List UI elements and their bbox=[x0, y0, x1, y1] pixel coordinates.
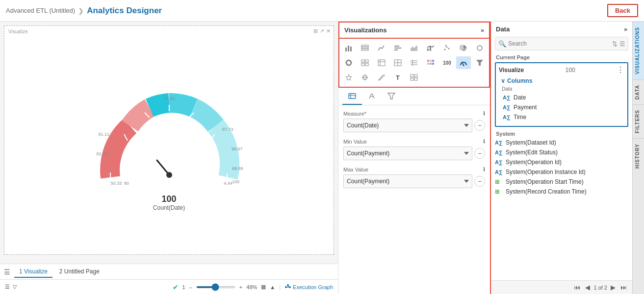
field-icon-time: A∑ bbox=[503, 114, 511, 120]
zoom-minus[interactable]: – bbox=[189, 284, 192, 290]
page-first-btn[interactable]: ⏮ bbox=[572, 284, 582, 291]
viz-expand-icon[interactable]: » bbox=[481, 27, 484, 34]
field-time[interactable]: A∑ Time bbox=[499, 112, 624, 122]
combo-chart-icon[interactable] bbox=[423, 42, 438, 54]
svg-rect-60 bbox=[427, 63, 429, 65]
page-menu-icon[interactable]: ☰ bbox=[4, 268, 10, 276]
grid-icon[interactable]: ▦ bbox=[261, 284, 266, 290]
side-tab-data[interactable]: DATA bbox=[633, 79, 644, 104]
grid-viz-icon[interactable] bbox=[358, 56, 372, 69]
pie-chart-icon[interactable] bbox=[456, 42, 470, 54]
field-name-date: Date bbox=[514, 94, 526, 101]
svg-rect-74 bbox=[349, 94, 356, 98]
field-name-payment: Payment bbox=[514, 104, 537, 111]
search-input[interactable] bbox=[495, 37, 628, 50]
pivot-icon[interactable] bbox=[390, 56, 405, 69]
columns-icon[interactable]: ☰ bbox=[619, 40, 625, 48]
min-value-info-icon[interactable]: ℹ bbox=[483, 138, 485, 145]
globe-icon[interactable] bbox=[358, 71, 372, 84]
svg-text:80: 80 bbox=[124, 181, 129, 186]
circle-icon[interactable] bbox=[473, 42, 487, 54]
page-prev-btn[interactable]: ◀ bbox=[584, 284, 592, 291]
breadcrumb-link[interactable]: Advanced ETL (Untitled) bbox=[6, 7, 75, 14]
page-tab-untitled[interactable]: 2 Untitled Page bbox=[54, 266, 104, 278]
svg-rect-47 bbox=[378, 60, 385, 66]
data-expand-icon[interactable]: » bbox=[624, 26, 627, 33]
min-value-select[interactable]: Count(Payment) bbox=[343, 147, 472, 160]
flat-table-icon[interactable] bbox=[407, 56, 421, 69]
svg-point-21 bbox=[289, 286, 291, 288]
table-viz-icon[interactable] bbox=[358, 42, 372, 54]
svg-point-19 bbox=[285, 286, 287, 288]
side-tab-filters[interactable]: FILTERS bbox=[633, 104, 644, 138]
app-header: Advanced ETL (Untitled) ❯ Analytics Desi… bbox=[0, 0, 644, 22]
field-icon-edit-status: A∑ bbox=[495, 149, 503, 155]
viz-format-tab[interactable] bbox=[362, 90, 382, 105]
zoom-plus[interactable]: + bbox=[239, 284, 242, 290]
line-chart-icon[interactable] bbox=[374, 42, 388, 54]
measure-info-icon[interactable]: ℹ bbox=[483, 110, 485, 117]
viz-data-tab[interactable] bbox=[342, 90, 362, 105]
execution-graph-button[interactable]: Execution Graph bbox=[293, 284, 333, 290]
page-next-btn[interactable]: ▶ bbox=[609, 284, 617, 291]
bar-chart-icon[interactable] bbox=[341, 42, 356, 54]
field-operation-id[interactable]: A∑ System(Operation Id) bbox=[491, 157, 632, 167]
execution-graph-icon bbox=[284, 284, 291, 291]
page-tab-visualize[interactable]: 1 Visualize bbox=[14, 266, 52, 278]
field-edit-status[interactable]: A∑ System(Edit Status) bbox=[491, 147, 632, 157]
field-icon-record-creation-time: ⊞ bbox=[495, 189, 503, 195]
svg-rect-27 bbox=[361, 45, 368, 47]
columns-collapse-icon[interactable]: ∨ bbox=[501, 77, 505, 84]
field-operation-start-time[interactable]: ⊞ System(Operation Start Time) bbox=[491, 177, 632, 187]
canvas-grid-icon[interactable]: ⊞ bbox=[313, 28, 318, 34]
svg-text:65.50: 65.50 bbox=[163, 96, 175, 101]
max-value-minus-btn[interactable]: − bbox=[474, 176, 485, 187]
step-icon[interactable] bbox=[374, 71, 388, 84]
star-icon[interactable] bbox=[341, 71, 356, 84]
canvas-close-icon[interactable]: ✕ bbox=[326, 28, 331, 34]
measure-minus-btn[interactable]: − bbox=[474, 120, 485, 131]
svg-point-36 bbox=[444, 49, 446, 50]
text-icon[interactable]: T bbox=[390, 71, 405, 84]
svg-marker-66 bbox=[346, 74, 352, 80]
side-tab-history[interactable]: HISTORY bbox=[633, 138, 644, 173]
field-record-creation-time[interactable]: ⊞ System(Record Creation Time) bbox=[491, 187, 632, 196]
status-filter-icon[interactable]: ▽ bbox=[13, 284, 17, 290]
svg-rect-71 bbox=[414, 74, 417, 77]
field-dataset-id[interactable]: A∑ System(Dataset Id) bbox=[491, 138, 632, 147]
min-value-minus-btn[interactable]: − bbox=[474, 148, 485, 159]
gauge-label: Count(Date) bbox=[153, 204, 185, 211]
zoom-slider[interactable] bbox=[196, 286, 235, 288]
field-date[interactable]: A∑ Date bbox=[499, 93, 624, 102]
data-visualize-more-btn[interactable]: ⋮ bbox=[617, 65, 624, 74]
page-last-btn[interactable]: ⏭ bbox=[619, 284, 628, 291]
measure-select[interactable]: Count(Date) bbox=[343, 119, 472, 132]
field-operation-instance-id[interactable]: A∑ System(Operation Instance Id) bbox=[491, 167, 632, 177]
canvas-expand-icon[interactable]: ↗ bbox=[320, 28, 324, 34]
sort-icon[interactable]: ⇅ bbox=[612, 40, 618, 48]
status-menu-icon[interactable]: ☰ bbox=[5, 284, 10, 290]
expand-icon[interactable]: ▲ bbox=[270, 284, 275, 290]
number-viz-icon[interactable]: 100 bbox=[440, 56, 454, 69]
heatmap-icon[interactable] bbox=[423, 56, 438, 69]
svg-rect-35 bbox=[430, 47, 431, 51]
viz-filter-tab[interactable] bbox=[382, 90, 401, 105]
max-value-info-icon[interactable]: ℹ bbox=[483, 166, 485, 172]
data-panel-header: Data » bbox=[491, 22, 632, 37]
area-chart-icon[interactable] bbox=[407, 42, 421, 54]
more-viz-icon[interactable] bbox=[407, 71, 421, 84]
donut-icon[interactable] bbox=[341, 56, 356, 69]
funnel-icon[interactable] bbox=[473, 56, 487, 69]
field-name-time: Time bbox=[514, 114, 526, 121]
crosstab-icon[interactable] bbox=[374, 56, 388, 69]
back-button[interactable]: Back bbox=[607, 4, 638, 17]
bar-horiz-icon[interactable] bbox=[390, 42, 405, 54]
data-visualize-header: Visualize 100 ⋮ bbox=[499, 65, 624, 74]
gauge-viz-icon[interactable] bbox=[456, 56, 470, 69]
side-tab-visualizations[interactable]: VISUALIZATIONS bbox=[633, 22, 644, 79]
svg-rect-29 bbox=[361, 49, 368, 50]
field-payment[interactable]: A∑ Payment bbox=[499, 102, 624, 112]
scatter-icon[interactable] bbox=[440, 42, 454, 54]
max-value-select[interactable]: Count(Payment) bbox=[343, 174, 472, 188]
svg-text:68.89: 68.89 bbox=[232, 166, 243, 171]
